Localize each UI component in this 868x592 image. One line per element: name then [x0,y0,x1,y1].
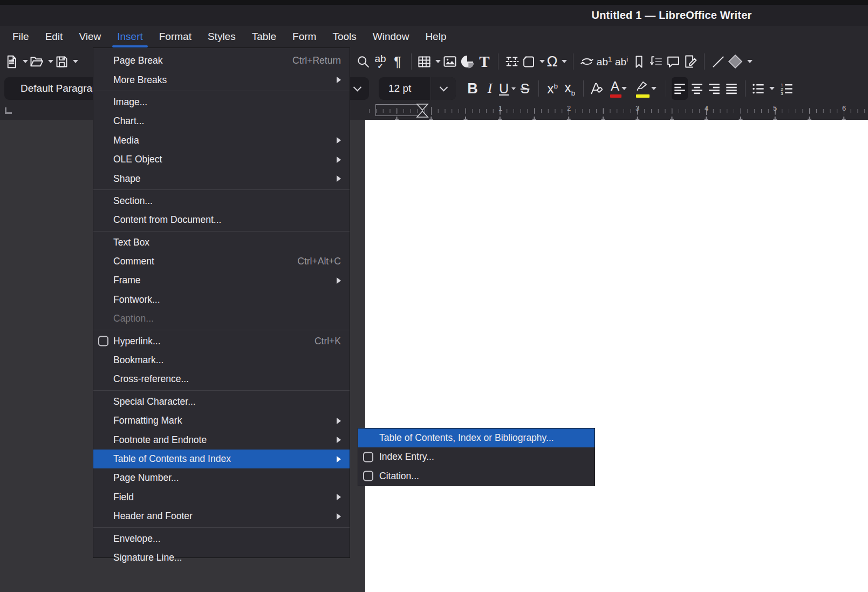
submenu-arrow-icon [337,437,341,443]
numbered-list-button[interactable]: 123 [776,77,797,100]
cross-reference-button[interactable] [648,50,664,73]
insert-line-button[interactable] [710,50,726,73]
save-button[interactable] [54,50,78,73]
insert-page-break-button[interactable] [504,50,520,73]
horizontal-ruler[interactable]: 1 2 3 4 5 6 [368,101,868,120]
menu-item-more-breaks[interactable]: More Breaks [93,70,350,89]
menu-item-shape[interactable]: Shape [93,169,350,188]
menu-item-fontwork[interactable]: Fontwork... [93,290,350,309]
insert-bookmark-button[interactable] [631,50,647,73]
align-center-button[interactable] [689,77,705,100]
menu-item-image[interactable]: Image... [93,93,350,112]
special-character-dropdown[interactable] [562,60,567,63]
insert-table-button[interactable] [417,50,441,73]
bold-button[interactable]: B [464,77,481,100]
open-dropdown[interactable] [48,60,53,63]
open-button[interactable] [29,50,53,73]
bullet-list-dropdown[interactable] [769,87,775,90]
menu-form[interactable]: Form [284,26,324,47]
menu-item-envelope[interactable]: Envelope... [93,529,350,548]
save-dropdown[interactable] [73,60,78,63]
bullet-list-button[interactable] [751,77,775,100]
menu-item-text-box[interactable]: Text Box [93,233,350,252]
spelling-button[interactable]: ab ✓ [372,50,388,73]
superscript-button[interactable]: xb [544,77,561,100]
menu-item-footnote-and-endnote[interactable]: Footnote and Endnote [93,430,350,449]
menu-item-table-of-contents-and-index[interactable]: Table of Contents and Index [93,450,350,468]
insert-comment-button[interactable] [665,50,681,73]
menu-insert[interactable]: Insert [109,26,151,47]
track-changes-button[interactable] [682,50,699,73]
submenu-arrow-icon [337,77,341,83]
menu-view[interactable]: View [71,26,109,47]
submenu-item-index-entry[interactable]: Index Entry... [358,447,594,466]
menu-item-cross-reference[interactable]: Cross-reference... [93,370,350,389]
formatting-marks-button[interactable]: ¶ [389,50,406,73]
menu-item-formatting-mark[interactable]: Formatting Mark [93,411,350,430]
menu-item-frame[interactable]: Frame [93,271,350,290]
insert-endnote-button[interactable]: abi [613,50,630,73]
italic-button[interactable]: I [482,77,498,100]
submenu-item-toc-index-bibliography[interactable]: Table of Contents, Index or Bibliography… [358,428,594,447]
font-color-button[interactable]: A [606,77,631,100]
align-left-icon [673,81,687,96]
justify-button[interactable] [723,77,740,100]
insert-shape-dropdown[interactable] [539,60,545,63]
menu-item-page-number[interactable]: Page Number... [93,468,350,487]
highlight-dropdown[interactable] [651,87,657,90]
menu-help[interactable]: Help [417,26,454,47]
submenu-arrow-icon [337,277,341,284]
menu-item-hyperlink[interactable]: Hyperlink... Ctrl+K [93,331,350,350]
insert-shape-button[interactable] [521,50,545,73]
menu-styles[interactable]: Styles [200,26,244,47]
menu-item-page-break[interactable]: Page Break Ctrl+Return [93,51,350,70]
font-size-combo[interactable]: 12 pt [379,77,456,100]
tab-stop-selector[interactable] [5,107,12,114]
menu-bar: File Edit View Insert Format Styles Tabl… [0,26,868,47]
insert-table-dropdown[interactable] [435,60,441,63]
menu-tools[interactable]: Tools [324,26,364,47]
new-document-dropdown[interactable] [23,60,28,63]
basic-shapes-button[interactable] [727,50,753,73]
insert-footnote-button[interactable]: ab1 [596,50,612,73]
align-left-button[interactable] [672,77,688,100]
document-page[interactable] [365,120,868,592]
menu-file[interactable]: File [4,26,37,47]
menu-item-bookmark[interactable]: Bookmark... [93,351,350,370]
underline-button[interactable]: U [499,77,516,100]
highlight-color-button[interactable] [632,77,660,100]
menu-window[interactable]: Window [365,26,418,47]
menu-item-content-from-document[interactable]: Content from Document... [93,210,350,229]
indent-marker[interactable] [416,103,429,119]
insert-chart-button[interactable] [459,50,475,73]
submenu-item-citation[interactable]: Citation... [358,467,594,486]
new-document-button[interactable] [4,50,28,73]
menu-item-field[interactable]: Field [93,488,350,507]
menu-edit[interactable]: Edit [37,26,71,47]
menu-item-section[interactable]: Section... [93,192,350,210]
font-color-dropdown[interactable] [621,87,627,90]
menu-item-chart[interactable]: Chart... [93,112,350,131]
comment-icon [666,54,681,69]
strikethrough-button[interactable]: S [517,77,533,100]
menu-item-ole-object[interactable]: OLE Object [93,150,350,169]
menu-format[interactable]: Format [151,26,200,47]
special-character-button[interactable]: Ω [546,50,568,73]
insert-image-button[interactable] [442,50,458,73]
clear-formatting-button[interactable] [589,77,605,100]
font-size-dropdown[interactable] [431,77,456,100]
insert-hyperlink-button[interactable] [579,50,595,73]
text-box-icon: T [479,54,489,70]
align-right-button[interactable] [706,77,722,100]
subscript-button[interactable]: xb [562,77,578,100]
insert-text-box-button[interactable]: T [476,50,493,73]
menu-item-special-character[interactable]: Special Character... [93,392,350,411]
menu-item-comment[interactable]: Comment Ctrl+Alt+C [93,252,350,271]
menu-table[interactable]: Table [244,26,284,47]
menu-item-header-and-footer[interactable]: Header and Footer [93,507,350,526]
find-replace-button[interactable] [355,50,371,73]
basic-shapes-dropdown[interactable] [747,60,753,63]
menu-item-media[interactable]: Media [93,131,350,150]
underline-dropdown[interactable] [511,87,516,90]
menu-item-signature-line[interactable]: Signature Line... [93,548,350,567]
